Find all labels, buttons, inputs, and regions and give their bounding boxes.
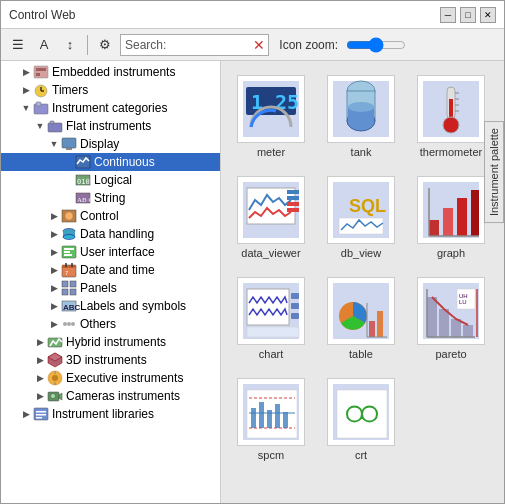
- icon-item-chart[interactable]: chart: [231, 273, 311, 364]
- sidebar-item-control[interactable]: ▶ Control: [1, 207, 220, 225]
- svg-rect-84: [471, 190, 479, 236]
- cameras-icon: [47, 388, 63, 404]
- icon-item-spcm[interactable]: spcm: [231, 374, 311, 465]
- svg-rect-118: [275, 404, 280, 428]
- svg-rect-0: [34, 66, 48, 78]
- icon-box-crt: [327, 378, 395, 446]
- sidebar-item-display[interactable]: ▼ Display: [1, 135, 220, 153]
- sidebar-item-hybrid[interactable]: ▶ Hybrid instruments: [1, 333, 220, 351]
- close-button[interactable]: ✕: [480, 7, 496, 23]
- sidebar-item-ui[interactable]: ▶ User interface: [1, 243, 220, 261]
- sidebar-item-datahandling[interactable]: ▶ Data handling: [1, 225, 220, 243]
- sidebar-item-categories[interactable]: ▼ Instrument categories: [1, 99, 220, 117]
- toolbar: ☰ A ↕ ⚙ Search: ✕ Icon zoom:: [1, 29, 504, 61]
- expand-flat[interactable]: ▼: [33, 119, 47, 133]
- expand-panels[interactable]: ▶: [47, 281, 61, 295]
- string-label: String: [94, 191, 125, 205]
- search-clear-button[interactable]: ✕: [250, 37, 268, 53]
- minimize-button[interactable]: ─: [440, 7, 456, 23]
- svg-rect-9: [50, 121, 54, 124]
- svg-text:LU: LU: [459, 299, 467, 305]
- sidebar-item-cameras[interactable]: ▶ Cameras instruments: [1, 387, 220, 405]
- 3d-icon: [47, 352, 63, 368]
- icon-item-thermometer[interactable]: thermometer: [411, 71, 491, 162]
- icon-label-chart: chart: [259, 348, 283, 360]
- control-icon: [61, 208, 77, 224]
- font-button[interactable]: A: [33, 34, 55, 56]
- search-input[interactable]: [170, 35, 250, 55]
- logical-icon: 0101: [75, 172, 91, 188]
- icon-label-meter: meter: [257, 146, 285, 158]
- sidebar-item-continuous[interactable]: Continuous: [1, 153, 220, 171]
- svg-rect-2: [36, 73, 40, 76]
- expand-datahandling[interactable]: ▶: [47, 227, 61, 241]
- sidebar-item-string[interactable]: AB CD String: [1, 189, 220, 207]
- sidebar-item-3d[interactable]: ▶ 3D instruments: [1, 351, 220, 369]
- icon-box-spcm: [237, 378, 305, 446]
- expand-embedded[interactable]: ▶: [19, 65, 33, 79]
- svg-rect-103: [463, 325, 473, 337]
- svg-rect-115: [251, 408, 256, 428]
- svg-rect-81: [429, 220, 439, 236]
- expand-hybrid[interactable]: ▶: [33, 335, 47, 349]
- expand-libraries[interactable]: ▶: [19, 407, 33, 421]
- continuous-label: Continuous: [94, 155, 155, 169]
- settings-button[interactable]: ⚙: [94, 34, 116, 56]
- panels-icon: [61, 280, 77, 296]
- sidebar-item-others[interactable]: ▶ Others: [1, 315, 220, 333]
- icon-grid: 1 25 meter: [231, 71, 494, 465]
- sidebar-item-labels[interactable]: ▶ ABC Labels and symbols: [1, 297, 220, 315]
- expand-control[interactable]: ▶: [47, 209, 61, 223]
- expand-categories[interactable]: ▼: [19, 101, 33, 115]
- icon-label-table: table: [349, 348, 373, 360]
- svg-rect-100: [427, 297, 437, 337]
- icon-item-table[interactable]: table: [321, 273, 401, 364]
- datetime-label: Date and time: [80, 263, 155, 277]
- svg-rect-52: [36, 414, 46, 416]
- icon-box-tank: [327, 75, 395, 143]
- icon-box-data-viewer: [237, 176, 305, 244]
- expand-executive[interactable]: ▶: [33, 371, 47, 385]
- window-title: Control Web: [9, 8, 75, 22]
- icon-label-graph: graph: [437, 247, 465, 259]
- sidebar-item-embedded[interactable]: ▶ Embedded instruments: [1, 63, 220, 81]
- expand-labels[interactable]: ▶: [47, 299, 61, 313]
- ui-label: User interface: [80, 245, 155, 259]
- expand-timers[interactable]: ▶: [19, 83, 33, 97]
- sidebar-item-panels[interactable]: ▶ Panels: [1, 279, 220, 297]
- expand-ui[interactable]: ▶: [47, 245, 61, 259]
- content-area: 1 25 meter: [221, 61, 504, 503]
- sidebar-item-executive[interactable]: ▶ Executive instruments: [1, 369, 220, 387]
- icon-item-tank[interactable]: tank: [321, 71, 401, 162]
- flat-label: Flat instruments: [66, 119, 151, 133]
- icon-item-crt[interactable]: crt: [321, 374, 401, 465]
- instrument-palette-tab[interactable]: Instrument palette: [484, 121, 504, 223]
- sidebar-item-datetime[interactable]: ▶ 7 Date and time: [1, 261, 220, 279]
- expand-display[interactable]: ▼: [47, 137, 61, 151]
- icon-box-thermometer: [417, 75, 485, 143]
- sidebar-item-flat[interactable]: ▼ Flat instruments: [1, 117, 220, 135]
- main-area: ▶ Embedded instruments ▶ Timers ▼: [1, 61, 504, 503]
- others-icon: [61, 316, 77, 332]
- expand-3d[interactable]: ▶: [33, 353, 47, 367]
- svg-rect-82: [443, 208, 453, 236]
- icon-item-data-viewer[interactable]: data_viewer: [231, 172, 311, 263]
- zoom-slider[interactable]: [346, 38, 406, 52]
- labels-icon: ABC: [61, 298, 77, 314]
- svg-rect-23: [64, 248, 74, 250]
- expand-continuous: [61, 155, 75, 169]
- maximize-button[interactable]: □: [460, 7, 476, 23]
- menu-button[interactable]: ☰: [7, 34, 29, 56]
- sidebar-item-libraries[interactable]: ▶ Instrument libraries: [1, 405, 220, 423]
- icon-item-graph[interactable]: graph: [411, 172, 491, 263]
- icon-item-db-view[interactable]: SQL db_view: [321, 172, 401, 263]
- icon-item-pareto[interactable]: UH LU pareto: [411, 273, 491, 364]
- sidebar-item-timers[interactable]: ▶ Timers: [1, 81, 220, 99]
- sort-button[interactable]: ↕: [59, 34, 81, 56]
- sidebar-item-logical[interactable]: 0101 Logical: [1, 171, 220, 189]
- icon-item-meter[interactable]: 1 25 meter: [231, 71, 311, 162]
- expand-datetime[interactable]: ▶: [47, 263, 61, 277]
- expand-cameras[interactable]: ▶: [33, 389, 47, 403]
- svg-point-18: [65, 212, 73, 220]
- expand-others[interactable]: ▶: [47, 317, 61, 331]
